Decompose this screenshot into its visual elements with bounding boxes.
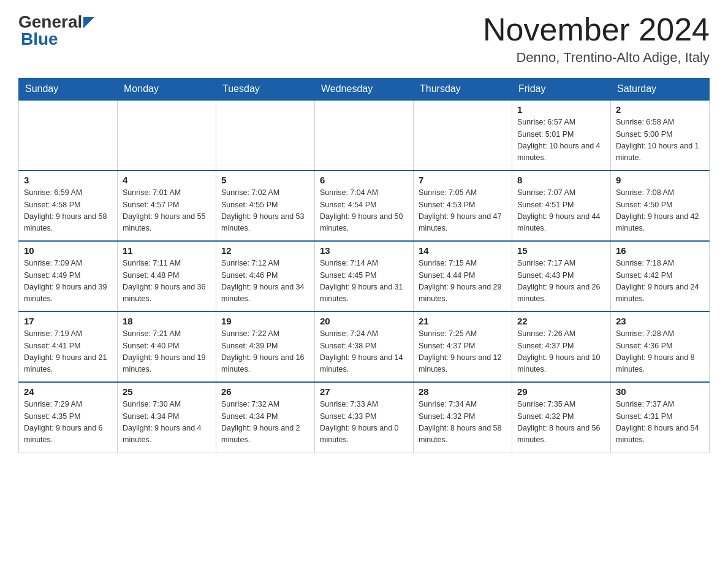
day-number: 21 bbox=[419, 316, 507, 326]
calendar-table: Sunday Monday Tuesday Wednesday Thursday… bbox=[18, 78, 710, 453]
table-row: 11Sunrise: 7:11 AMSunset: 4:48 PMDayligh… bbox=[118, 241, 216, 312]
day-number: 23 bbox=[616, 316, 704, 326]
day-info: Sunrise: 7:26 AMSunset: 4:37 PMDaylight:… bbox=[517, 328, 605, 376]
table-row: 30Sunrise: 7:37 AMSunset: 4:31 PMDayligh… bbox=[611, 382, 710, 453]
table-row: 26Sunrise: 7:32 AMSunset: 4:34 PMDayligh… bbox=[216, 382, 315, 453]
col-wednesday: Wednesday bbox=[315, 79, 414, 101]
day-number: 8 bbox=[517, 175, 605, 185]
day-info: Sunrise: 7:15 AMSunset: 4:44 PMDaylight:… bbox=[419, 258, 507, 305]
day-info: Sunrise: 7:08 AMSunset: 4:50 PMDaylight:… bbox=[616, 187, 704, 235]
day-info: Sunrise: 6:59 AMSunset: 4:58 PMDaylight:… bbox=[24, 187, 112, 235]
day-info: Sunrise: 7:34 AMSunset: 4:32 PMDaylight:… bbox=[419, 399, 507, 446]
day-number: 6 bbox=[320, 175, 408, 185]
day-number: 27 bbox=[320, 386, 408, 397]
table-row: 24Sunrise: 7:29 AMSunset: 4:35 PMDayligh… bbox=[19, 382, 118, 453]
table-row: 14Sunrise: 7:15 AMSunset: 4:44 PMDayligh… bbox=[414, 241, 512, 312]
day-info: Sunrise: 7:25 AMSunset: 4:37 PMDaylight:… bbox=[419, 328, 507, 376]
table-row: 4Sunrise: 7:01 AMSunset: 4:57 PMDaylight… bbox=[118, 170, 216, 241]
location-subtitle: Denno, Trentino-Alto Adige, Italy bbox=[483, 50, 710, 66]
table-row: 18Sunrise: 7:21 AMSunset: 4:40 PMDayligh… bbox=[118, 312, 216, 382]
svg-marker-0 bbox=[83, 17, 94, 28]
day-number: 12 bbox=[221, 245, 309, 256]
day-info: Sunrise: 7:35 AMSunset: 4:32 PMDaylight:… bbox=[517, 399, 605, 446]
day-info: Sunrise: 7:33 AMSunset: 4:33 PMDaylight:… bbox=[320, 399, 408, 446]
col-monday: Monday bbox=[118, 79, 216, 101]
day-number: 20 bbox=[320, 316, 408, 326]
calendar-week-row: 3Sunrise: 6:59 AMSunset: 4:58 PMDaylight… bbox=[19, 170, 710, 241]
day-number: 26 bbox=[221, 386, 309, 397]
table-row: 20Sunrise: 7:24 AMSunset: 4:38 PMDayligh… bbox=[315, 312, 414, 382]
table-row: 29Sunrise: 7:35 AMSunset: 4:32 PMDayligh… bbox=[512, 382, 611, 453]
col-tuesday: Tuesday bbox=[216, 79, 315, 101]
day-info: Sunrise: 7:17 AMSunset: 4:43 PMDaylight:… bbox=[517, 258, 605, 305]
calendar-week-row: 1Sunrise: 6:57 AMSunset: 5:01 PMDaylight… bbox=[19, 100, 710, 170]
day-number: 4 bbox=[123, 175, 211, 185]
logo: General Blue bbox=[18, 12, 94, 49]
day-info: Sunrise: 7:09 AMSunset: 4:49 PMDaylight:… bbox=[24, 258, 112, 305]
table-row bbox=[315, 100, 414, 170]
day-info: Sunrise: 7:14 AMSunset: 4:45 PMDaylight:… bbox=[320, 258, 408, 305]
calendar-week-row: 10Sunrise: 7:09 AMSunset: 4:49 PMDayligh… bbox=[19, 241, 710, 312]
day-number: 9 bbox=[616, 175, 704, 185]
day-info: Sunrise: 6:57 AMSunset: 5:01 PMDaylight:… bbox=[517, 117, 605, 164]
table-row: 12Sunrise: 7:12 AMSunset: 4:46 PMDayligh… bbox=[216, 241, 315, 312]
title-block: November 2024 Denno, Trentino-Alto Adige… bbox=[483, 12, 710, 66]
table-row: 3Sunrise: 6:59 AMSunset: 4:58 PMDaylight… bbox=[19, 170, 118, 241]
day-info: Sunrise: 7:37 AMSunset: 4:31 PMDaylight:… bbox=[616, 399, 704, 446]
day-info: Sunrise: 7:29 AMSunset: 4:35 PMDaylight:… bbox=[24, 399, 112, 446]
logo-blue-text: Blue bbox=[21, 29, 58, 49]
day-info: Sunrise: 7:01 AMSunset: 4:57 PMDaylight:… bbox=[123, 187, 211, 235]
table-row: 23Sunrise: 7:28 AMSunset: 4:36 PMDayligh… bbox=[611, 312, 710, 382]
day-number: 30 bbox=[616, 386, 704, 397]
calendar-week-row: 17Sunrise: 7:19 AMSunset: 4:41 PMDayligh… bbox=[19, 312, 710, 382]
day-info: Sunrise: 7:04 AMSunset: 4:54 PMDaylight:… bbox=[320, 187, 408, 235]
table-row: 6Sunrise: 7:04 AMSunset: 4:54 PMDaylight… bbox=[315, 170, 414, 241]
day-info: Sunrise: 7:21 AMSunset: 4:40 PMDaylight:… bbox=[123, 328, 211, 376]
col-saturday: Saturday bbox=[611, 79, 710, 101]
day-info: Sunrise: 7:19 AMSunset: 4:41 PMDaylight:… bbox=[24, 328, 112, 376]
table-row: 19Sunrise: 7:22 AMSunset: 4:39 PMDayligh… bbox=[216, 312, 315, 382]
table-row: 17Sunrise: 7:19 AMSunset: 4:41 PMDayligh… bbox=[19, 312, 118, 382]
day-info: Sunrise: 7:11 AMSunset: 4:48 PMDaylight:… bbox=[123, 258, 211, 305]
day-number: 7 bbox=[419, 175, 507, 185]
day-info: Sunrise: 7:28 AMSunset: 4:36 PMDaylight:… bbox=[616, 328, 704, 376]
month-title: November 2024 bbox=[483, 12, 710, 47]
table-row bbox=[216, 100, 315, 170]
table-row: 28Sunrise: 7:34 AMSunset: 4:32 PMDayligh… bbox=[414, 382, 512, 453]
day-number: 1 bbox=[517, 104, 605, 115]
day-number: 2 bbox=[616, 104, 704, 115]
day-number: 16 bbox=[616, 245, 704, 256]
logo-arrow-icon bbox=[83, 17, 94, 28]
calendar-week-row: 24Sunrise: 7:29 AMSunset: 4:35 PMDayligh… bbox=[19, 382, 710, 453]
day-number: 19 bbox=[221, 316, 309, 326]
table-row: 5Sunrise: 7:02 AMSunset: 4:55 PMDaylight… bbox=[216, 170, 315, 241]
day-number: 17 bbox=[24, 316, 112, 326]
day-info: Sunrise: 7:24 AMSunset: 4:38 PMDaylight:… bbox=[320, 328, 408, 376]
day-number: 29 bbox=[517, 386, 605, 397]
table-row: 22Sunrise: 7:26 AMSunset: 4:37 PMDayligh… bbox=[512, 312, 611, 382]
day-number: 5 bbox=[221, 175, 309, 185]
table-row: 10Sunrise: 7:09 AMSunset: 4:49 PMDayligh… bbox=[19, 241, 118, 312]
table-row: 15Sunrise: 7:17 AMSunset: 4:43 PMDayligh… bbox=[512, 241, 611, 312]
day-info: Sunrise: 6:58 AMSunset: 5:00 PMDaylight:… bbox=[616, 117, 704, 164]
calendar-header-row: Sunday Monday Tuesday Wednesday Thursday… bbox=[19, 79, 710, 101]
table-row bbox=[414, 100, 512, 170]
day-number: 13 bbox=[320, 245, 408, 256]
day-number: 15 bbox=[517, 245, 605, 256]
table-row: 21Sunrise: 7:25 AMSunset: 4:37 PMDayligh… bbox=[414, 312, 512, 382]
day-number: 24 bbox=[24, 386, 112, 397]
table-row: 27Sunrise: 7:33 AMSunset: 4:33 PMDayligh… bbox=[315, 382, 414, 453]
day-info: Sunrise: 7:05 AMSunset: 4:53 PMDaylight:… bbox=[419, 187, 507, 235]
day-number: 14 bbox=[419, 245, 507, 256]
day-info: Sunrise: 7:02 AMSunset: 4:55 PMDaylight:… bbox=[221, 187, 309, 235]
table-row: 7Sunrise: 7:05 AMSunset: 4:53 PMDaylight… bbox=[414, 170, 512, 241]
table-row: 1Sunrise: 6:57 AMSunset: 5:01 PMDaylight… bbox=[512, 100, 611, 170]
table-row bbox=[19, 100, 118, 170]
table-row bbox=[118, 100, 216, 170]
day-info: Sunrise: 7:30 AMSunset: 4:34 PMDaylight:… bbox=[123, 399, 211, 446]
day-info: Sunrise: 7:22 AMSunset: 4:39 PMDaylight:… bbox=[221, 328, 309, 376]
day-number: 22 bbox=[517, 316, 605, 326]
table-row: 2Sunrise: 6:58 AMSunset: 5:00 PMDaylight… bbox=[611, 100, 710, 170]
day-number: 3 bbox=[24, 175, 112, 185]
col-thursday: Thursday bbox=[414, 79, 512, 101]
